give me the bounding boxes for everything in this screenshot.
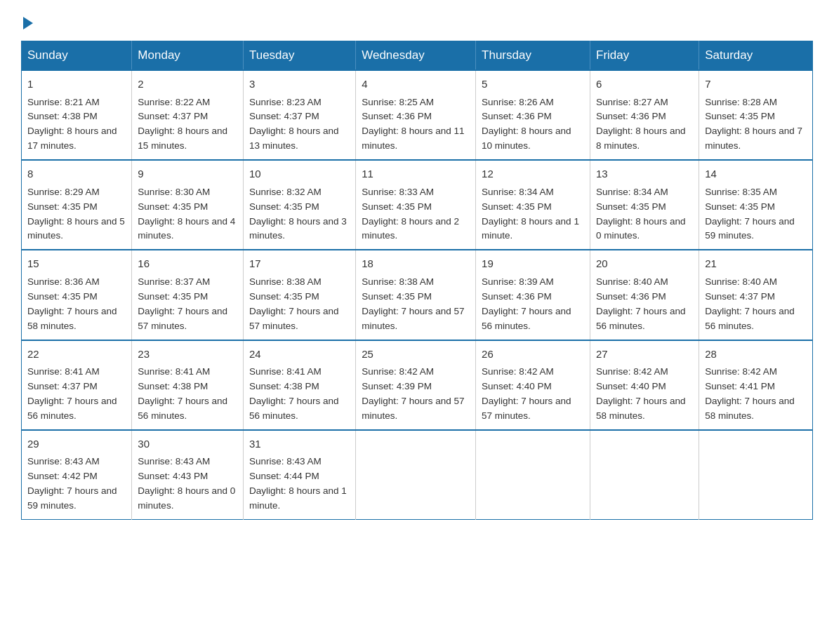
day-number: 2	[138, 76, 237, 93]
day-cell: 4Sunrise: 8:25 AMSunset: 4:36 PMDaylight…	[356, 70, 476, 160]
day-info: Sunrise: 8:40 AMSunset: 4:36 PMDaylight:…	[596, 276, 686, 331]
day-cell	[476, 430, 590, 520]
day-number: 10	[249, 166, 350, 182]
day-info: Sunrise: 8:25 AMSunset: 4:36 PMDaylight:…	[362, 97, 464, 152]
day-info: Sunrise: 8:34 AMSunset: 4:35 PMDaylight:…	[596, 187, 686, 241]
day-info: Sunrise: 8:36 AMSunset: 4:35 PMDaylight:…	[27, 276, 117, 331]
day-cell: 11Sunrise: 8:33 AMSunset: 4:35 PMDayligh…	[356, 160, 476, 250]
day-cell: 12Sunrise: 8:34 AMSunset: 4:35 PMDayligh…	[476, 160, 590, 250]
day-number: 3	[249, 76, 350, 93]
day-number: 4	[362, 76, 470, 93]
day-info: Sunrise: 8:43 AMSunset: 4:43 PMDaylight:…	[138, 456, 235, 511]
day-number: 8	[27, 166, 126, 182]
day-number: 26	[482, 347, 584, 363]
day-cell: 10Sunrise: 8:32 AMSunset: 4:35 PMDayligh…	[243, 160, 355, 250]
day-cell: 23Sunrise: 8:41 AMSunset: 4:38 PMDayligh…	[132, 340, 244, 430]
day-number: 14	[705, 166, 807, 182]
week-row-5: 29Sunrise: 8:43 AMSunset: 4:42 PMDayligh…	[22, 430, 813, 520]
day-info: Sunrise: 8:27 AMSunset: 4:36 PMDaylight:…	[596, 97, 686, 152]
day-number: 29	[27, 436, 126, 452]
day-cell: 28Sunrise: 8:42 AMSunset: 4:41 PMDayligh…	[699, 340, 813, 430]
day-cell: 22Sunrise: 8:41 AMSunset: 4:37 PMDayligh…	[22, 340, 132, 430]
day-info: Sunrise: 8:35 AMSunset: 4:35 PMDaylight:…	[705, 187, 795, 241]
day-number: 31	[249, 436, 350, 452]
day-info: Sunrise: 8:39 AMSunset: 4:36 PMDaylight:…	[482, 276, 571, 331]
day-cell: 19Sunrise: 8:39 AMSunset: 4:36 PMDayligh…	[476, 250, 590, 340]
day-cell: 13Sunrise: 8:34 AMSunset: 4:35 PMDayligh…	[590, 160, 699, 250]
day-info: Sunrise: 8:29 AMSunset: 4:35 PMDaylight:…	[27, 187, 125, 241]
header-row: SundayMondayTuesdayWednesdayThursdayFrid…	[22, 41, 813, 71]
day-info: Sunrise: 8:38 AMSunset: 4:35 PMDaylight:…	[362, 276, 464, 331]
header-cell-tuesday: Tuesday	[243, 41, 355, 71]
day-number: 13	[596, 166, 693, 182]
day-info: Sunrise: 8:34 AMSunset: 4:35 PMDaylight:…	[482, 187, 579, 241]
day-cell: 25Sunrise: 8:42 AMSunset: 4:39 PMDayligh…	[356, 340, 476, 430]
header-cell-thursday: Thursday	[476, 41, 590, 71]
day-cell: 27Sunrise: 8:42 AMSunset: 4:40 PMDayligh…	[590, 340, 699, 430]
day-cell: 1Sunrise: 8:21 AMSunset: 4:38 PMDaylight…	[22, 70, 132, 160]
day-info: Sunrise: 8:42 AMSunset: 4:41 PMDaylight:…	[705, 366, 795, 421]
day-info: Sunrise: 8:26 AMSunset: 4:36 PMDaylight:…	[482, 97, 571, 152]
day-number: 21	[705, 256, 807, 272]
day-info: Sunrise: 8:42 AMSunset: 4:39 PMDaylight:…	[362, 366, 464, 421]
day-cell: 18Sunrise: 8:38 AMSunset: 4:35 PMDayligh…	[356, 250, 476, 340]
day-number: 30	[138, 436, 237, 452]
day-number: 27	[596, 347, 693, 363]
day-info: Sunrise: 8:21 AMSunset: 4:38 PMDaylight:…	[27, 97, 117, 152]
day-number: 15	[27, 256, 126, 272]
day-number: 19	[482, 256, 584, 272]
week-row-2: 8Sunrise: 8:29 AMSunset: 4:35 PMDaylight…	[22, 160, 813, 250]
day-cell: 30Sunrise: 8:43 AMSunset: 4:43 PMDayligh…	[132, 430, 244, 520]
logo-arrow-icon	[23, 17, 33, 29]
day-info: Sunrise: 8:30 AMSunset: 4:35 PMDaylight:…	[138, 187, 235, 241]
calendar-header: SundayMondayTuesdayWednesdayThursdayFrid…	[22, 41, 813, 71]
day-number: 18	[362, 256, 470, 272]
day-cell: 20Sunrise: 8:40 AMSunset: 4:36 PMDayligh…	[590, 250, 699, 340]
calendar-body: 1Sunrise: 8:21 AMSunset: 4:38 PMDaylight…	[22, 70, 813, 519]
header-cell-friday: Friday	[590, 41, 699, 71]
day-cell: 3Sunrise: 8:23 AMSunset: 4:37 PMDaylight…	[243, 70, 355, 160]
day-cell	[356, 430, 476, 520]
day-cell: 9Sunrise: 8:30 AMSunset: 4:35 PMDaylight…	[132, 160, 244, 250]
day-info: Sunrise: 8:28 AMSunset: 4:35 PMDaylight:…	[705, 97, 802, 152]
header-cell-saturday: Saturday	[699, 41, 813, 71]
day-number: 6	[596, 76, 693, 93]
day-info: Sunrise: 8:40 AMSunset: 4:37 PMDaylight:…	[705, 276, 795, 331]
day-number: 25	[362, 347, 470, 363]
day-cell: 14Sunrise: 8:35 AMSunset: 4:35 PMDayligh…	[699, 160, 813, 250]
week-row-4: 22Sunrise: 8:41 AMSunset: 4:37 PMDayligh…	[22, 340, 813, 430]
day-cell: 15Sunrise: 8:36 AMSunset: 4:35 PMDayligh…	[22, 250, 132, 340]
week-row-3: 15Sunrise: 8:36 AMSunset: 4:35 PMDayligh…	[22, 250, 813, 340]
day-cell: 31Sunrise: 8:43 AMSunset: 4:44 PMDayligh…	[243, 430, 355, 520]
header-cell-wednesday: Wednesday	[356, 41, 476, 71]
logo	[21, 14, 33, 27]
day-number: 5	[482, 76, 584, 93]
day-number: 1	[27, 76, 126, 93]
day-number: 7	[705, 76, 807, 93]
header-cell-monday: Monday	[132, 41, 244, 71]
day-info: Sunrise: 8:23 AMSunset: 4:37 PMDaylight:…	[249, 97, 339, 152]
day-info: Sunrise: 8:22 AMSunset: 4:37 PMDaylight:…	[138, 97, 227, 152]
day-info: Sunrise: 8:41 AMSunset: 4:37 PMDaylight:…	[27, 366, 117, 421]
day-info: Sunrise: 8:37 AMSunset: 4:35 PMDaylight:…	[138, 276, 227, 331]
day-cell: 26Sunrise: 8:42 AMSunset: 4:40 PMDayligh…	[476, 340, 590, 430]
day-cell: 16Sunrise: 8:37 AMSunset: 4:35 PMDayligh…	[132, 250, 244, 340]
day-cell: 29Sunrise: 8:43 AMSunset: 4:42 PMDayligh…	[22, 430, 132, 520]
day-cell: 7Sunrise: 8:28 AMSunset: 4:35 PMDaylight…	[699, 70, 813, 160]
day-number: 9	[138, 166, 237, 182]
day-info: Sunrise: 8:41 AMSunset: 4:38 PMDaylight:…	[249, 366, 339, 421]
day-cell: 6Sunrise: 8:27 AMSunset: 4:36 PMDaylight…	[590, 70, 699, 160]
day-info: Sunrise: 8:32 AMSunset: 4:35 PMDaylight:…	[249, 187, 347, 241]
day-cell	[699, 430, 813, 520]
day-info: Sunrise: 8:38 AMSunset: 4:35 PMDaylight:…	[249, 276, 339, 331]
day-info: Sunrise: 8:42 AMSunset: 4:40 PMDaylight:…	[596, 366, 686, 421]
day-number: 17	[249, 256, 350, 272]
day-info: Sunrise: 8:43 AMSunset: 4:42 PMDaylight:…	[27, 456, 117, 511]
day-info: Sunrise: 8:43 AMSunset: 4:44 PMDaylight:…	[249, 456, 347, 511]
day-info: Sunrise: 8:33 AMSunset: 4:35 PMDaylight:…	[362, 187, 459, 241]
day-number: 22	[27, 347, 126, 363]
day-number: 12	[482, 166, 584, 182]
day-number: 16	[138, 256, 237, 272]
day-cell: 17Sunrise: 8:38 AMSunset: 4:35 PMDayligh…	[243, 250, 355, 340]
day-cell: 5Sunrise: 8:26 AMSunset: 4:36 PMDaylight…	[476, 70, 590, 160]
